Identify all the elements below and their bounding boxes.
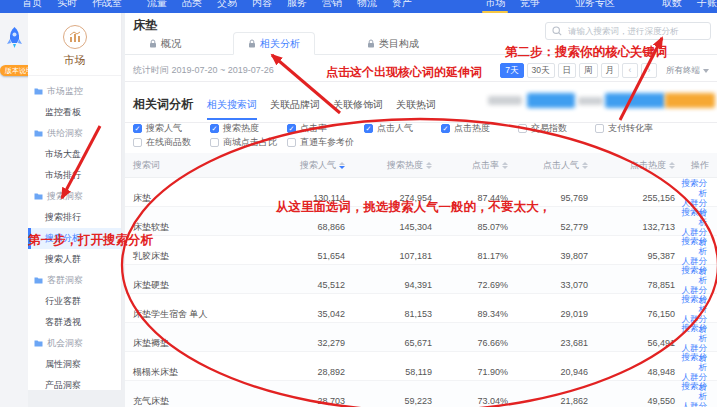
sidebar-item[interactable]: 搜索排行 xyxy=(28,207,121,228)
metric-label: 交易指数 xyxy=(531,122,567,135)
search-analysis-link[interactable]: 搜索分析 xyxy=(675,352,707,372)
sidebar-item[interactable]: 搜索洞察 xyxy=(28,186,121,207)
date-preset-button[interactable]: 日 xyxy=(558,63,577,78)
metric-label: 商城点击占比 xyxy=(223,136,277,149)
sidebar-item[interactable]: 监控看板 xyxy=(28,102,121,123)
metric-checkbox[interactable]: 直通车参考价 xyxy=(287,136,364,149)
header-tab[interactable]: 概况 xyxy=(135,33,195,54)
nav-item[interactable]: 实时 xyxy=(57,0,77,10)
nav-item[interactable]: 交易 xyxy=(217,0,237,10)
date-preset-button[interactable]: 30天 xyxy=(527,63,555,78)
lock-icon xyxy=(149,39,157,48)
sidebar-item[interactable]: 搜索人群 xyxy=(28,249,121,270)
search-analysis-link[interactable]: 搜索分析 xyxy=(675,178,707,198)
sidebar-item-label: 市场排行 xyxy=(45,169,81,182)
metric-checkbox[interactable]: 交易指数 xyxy=(518,122,595,135)
column-header[interactable]: 搜索词 xyxy=(133,159,251,172)
search-analysis-link[interactable]: 搜索分析 xyxy=(675,236,707,256)
column-header[interactable]: 搜索人气 xyxy=(251,159,345,172)
search-input[interactable] xyxy=(566,25,704,37)
prev-page-button[interactable]: ‹ xyxy=(622,63,638,78)
nav-item[interactable]: 子账号 xyxy=(697,0,717,10)
blurred-orange-button[interactable] xyxy=(665,93,715,108)
nav-item[interactable]: 内容 xyxy=(252,0,272,10)
sidebar-item[interactable]: 产品洞察 xyxy=(28,375,121,396)
click-popularity-cell: 29,019 xyxy=(508,309,588,319)
column-header[interactable]: 点击率 xyxy=(432,159,508,172)
header-tab[interactable]: 类目构成 xyxy=(353,33,433,54)
header-tab-label: 概况 xyxy=(161,37,181,51)
metric-checkbox[interactable]: 点击人气 xyxy=(364,122,441,135)
crowd-analysis-link[interactable]: 人群分析 xyxy=(675,401,707,407)
metric-checkbox[interactable]: 点击热度 xyxy=(441,122,518,135)
metric-label: 点击人气 xyxy=(377,122,413,135)
nav-item[interactable]: 业务专区 xyxy=(575,0,615,10)
sidebar-item[interactable]: 客群洞察 xyxy=(28,270,121,291)
column-header[interactable]: 操作 xyxy=(675,159,709,172)
metric-checkbox[interactable]: 点击率 xyxy=(287,122,364,135)
next-page-button[interactable]: › xyxy=(641,63,657,78)
nav-item[interactable]: 竞争 xyxy=(520,0,540,10)
terminal-filter-dropdown[interactable]: 所有终端 xyxy=(666,65,709,77)
nav-item[interactable]: 流量 xyxy=(147,0,167,10)
sidebar-menu: 市场监控 监控看板 xyxy=(28,81,121,396)
nav-item[interactable]: 物流 xyxy=(357,0,377,10)
rocket-icon[interactable] xyxy=(5,26,24,50)
metric-checkbox[interactable]: 搜索人气 xyxy=(133,122,210,135)
metric-checkbox[interactable]: 搜索热度 xyxy=(210,122,287,135)
related-word-tab[interactable]: 相关搜索词 xyxy=(207,98,257,120)
search-analysis-link[interactable]: 搜索分析 xyxy=(675,381,707,401)
metric-label: 点击热度 xyxy=(454,122,490,135)
click-popularity-cell: 21,862 xyxy=(508,396,588,406)
nav-item[interactable]: 市场 xyxy=(485,0,505,10)
sidebar-item[interactable]: 属性洞察 xyxy=(28,354,121,375)
date-preset-button[interactable]: 周 xyxy=(579,63,598,78)
nav-item[interactable]: 首页 xyxy=(22,0,42,10)
nav-item[interactable]: 取数 xyxy=(662,0,682,10)
sidebar-item-label: 搜索人群 xyxy=(45,253,81,266)
blurred-blue-button[interactable] xyxy=(527,93,575,108)
folder-icon xyxy=(34,276,43,285)
nav-item[interactable]: 营销 xyxy=(322,0,342,10)
column-header[interactable]: 点击人气 xyxy=(508,159,588,172)
keyword-cell: 床垫软垫 xyxy=(133,221,251,234)
metric-checkbox[interactable]: 商城点击占比 xyxy=(210,136,287,149)
related-word-tab[interactable]: 关联品牌词 xyxy=(270,98,320,120)
nav-item[interactable]: 品类 xyxy=(182,0,202,10)
nav-item[interactable]: 作战室 xyxy=(92,0,122,10)
date-preset-button[interactable]: 月 xyxy=(601,63,620,78)
click-heat-cell: 132,713 xyxy=(588,222,675,232)
search-analysis-link[interactable]: 搜索分析 xyxy=(675,323,707,343)
sidebar-item[interactable]: 市场监控 xyxy=(28,81,121,102)
related-word-tab[interactable]: 关联热词 xyxy=(396,98,436,120)
column-header[interactable]: 点击热度 xyxy=(588,159,675,172)
nav-item[interactable]: 服务 xyxy=(287,0,307,10)
nav-item[interactable]: 资产 xyxy=(392,0,412,10)
search-analysis-link[interactable]: 搜索分析 xyxy=(675,265,707,285)
keyword-cell: 床垫褥垫 xyxy=(133,337,251,350)
column-label: 点击热度 xyxy=(630,159,666,172)
blurred-blue-button[interactable] xyxy=(605,93,665,108)
related-word-tab[interactable]: 关联修饰词 xyxy=(333,98,383,120)
metric-checkbox[interactable]: 在线商品数 xyxy=(133,136,210,149)
sidebar-item[interactable]: 供给洞察 xyxy=(28,123,121,144)
search-analysis-link[interactable]: 搜索分析 xyxy=(675,207,707,227)
date-preset-button[interactable]: 7天 xyxy=(500,63,523,78)
sidebar-item[interactable]: 行业客群 xyxy=(28,291,121,312)
sidebar-item[interactable]: 客群透视 xyxy=(28,312,121,333)
table-row: 床垫软垫 68,866 145,304 85.07% 52,779 132,71… xyxy=(125,207,717,236)
search-heat-cell: 274,954 xyxy=(345,193,432,203)
sidebar-item[interactable]: 市场大盘 xyxy=(28,144,121,165)
search-analysis-link[interactable]: 搜索分析 xyxy=(675,294,707,314)
metric-checkbox-row-2: 在线商品数 商城点击占比 直通车参考价 xyxy=(133,136,364,149)
sidebar-item[interactable]: 机会洞察 xyxy=(28,333,121,354)
metric-checkbox-row-1: 搜索人气 搜索热度 点击率 点击人气 xyxy=(133,122,672,135)
column-header[interactable]: 搜索热度 xyxy=(345,159,432,172)
sidebar-item[interactable]: 市场排行 xyxy=(28,165,121,186)
header-tab[interactable]: 相关分析 xyxy=(233,32,315,55)
metric-checkbox[interactable]: 支付转化率 xyxy=(595,122,672,135)
sidebar-item[interactable]: 搜索分析 xyxy=(28,228,121,249)
click-popularity-cell: 39,807 xyxy=(508,251,588,261)
click-popularity-cell: 95,769 xyxy=(508,193,588,203)
click-rate-cell: 87.44% xyxy=(432,193,508,203)
